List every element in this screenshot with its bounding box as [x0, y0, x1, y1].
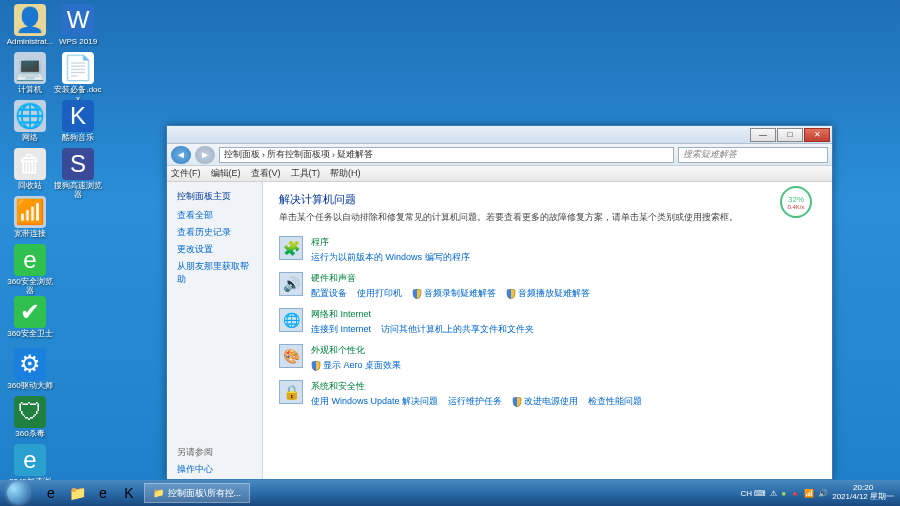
- category-row: 🎨外观和个性化显示 Aero 桌面效果: [279, 344, 816, 372]
- category-title[interactable]: 系统和安全性: [311, 380, 652, 393]
- desktop-icon[interactable]: 🛡360杀毒: [6, 396, 54, 444]
- category-row: 🧩程序运行为以前版本的 Windows 编写的程序: [279, 236, 816, 264]
- ime-indicator[interactable]: CH ⌨: [741, 489, 767, 498]
- clock[interactable]: 20:20 2021/4/12 星期一: [832, 484, 894, 502]
- close-button[interactable]: ✕: [804, 128, 830, 142]
- pinned-apps: e📁eK: [36, 483, 144, 503]
- volume-icon[interactable]: 🔊: [818, 489, 828, 498]
- desktop-icon[interactable]: ⚙360驱动大师: [6, 348, 54, 396]
- category-link[interactable]: 音频录制疑难解答: [412, 288, 496, 298]
- category-link[interactable]: 运行为以前版本的 Windows 编写的程序: [311, 252, 470, 262]
- sidebar-link[interactable]: 从朋友那里获取帮助: [177, 260, 252, 286]
- network-icon[interactable]: 📶: [804, 489, 814, 498]
- system-tray: CH ⌨ ⚠ ● 🔺 📶 🔊 20:20 2021/4/12 星期一: [735, 484, 900, 502]
- menubar: 文件(F)编辑(E)查看(V)工具(T)帮助(H): [167, 166, 832, 182]
- sidebar-link[interactable]: 更改设置: [177, 243, 252, 256]
- pinned-app[interactable]: e: [40, 483, 62, 503]
- search-input[interactable]: 搜索疑难解答: [678, 147, 828, 163]
- control-panel-window: — □ ✕ ◄ ► 控制面板›所有控制面板项›疑难解答 搜索疑难解答 文件(F)…: [166, 125, 833, 480]
- see-also-heading: 另请参阅: [177, 446, 252, 459]
- category-link[interactable]: 显示 Aero 桌面效果: [311, 360, 401, 370]
- category-icon: 🔒: [279, 380, 303, 404]
- navbar: ◄ ► 控制面板›所有控制面板项›疑难解答 搜索疑难解答: [167, 144, 832, 166]
- shield-icon: [512, 397, 522, 407]
- category-icon: 🎨: [279, 344, 303, 368]
- desktop-icon[interactable]: S搜狗高速浏览器: [54, 148, 102, 196]
- forward-button[interactable]: ►: [195, 146, 215, 164]
- badge-percent: 32%: [788, 195, 804, 204]
- desktop-icon[interactable]: 📶宽带连接: [6, 196, 54, 244]
- menu-item[interactable]: 编辑(E): [211, 167, 241, 180]
- category-title[interactable]: 外观和个性化: [311, 344, 411, 357]
- tray-icon[interactable]: ⚠: [770, 489, 777, 498]
- category-row: 🔒系统和安全性使用 Windows Update 解决问题运行维护任务改进电源使…: [279, 380, 816, 408]
- category-row: 🌐网络和 Internet连接到 Internet访问其他计算机上的共享文件和文…: [279, 308, 816, 336]
- desktop-icon[interactable]: WWPS 2019: [54, 4, 102, 52]
- category-link[interactable]: 运行维护任务: [448, 396, 502, 406]
- sidebar-link[interactable]: 查看全部: [177, 209, 252, 222]
- breadcrumb-segment[interactable]: 疑难解答: [337, 148, 373, 161]
- menu-item[interactable]: 帮助(H): [330, 167, 361, 180]
- taskbar-task[interactable]: 📁控制面板\所有控...: [144, 483, 250, 503]
- category-link[interactable]: 配置设备: [311, 288, 347, 298]
- shield-icon: [311, 361, 321, 371]
- category-link[interactable]: 改进电源使用: [512, 396, 578, 406]
- category-row: 🔊硬件和声音配置设备使用打印机音频录制疑难解答音频播放疑难解答: [279, 272, 816, 300]
- pinned-app[interactable]: 📁: [66, 483, 88, 503]
- menu-item[interactable]: 查看(V): [251, 167, 281, 180]
- sidebar-heading: 控制面板主页: [177, 190, 252, 203]
- pinned-app[interactable]: e: [92, 483, 114, 503]
- desktop-icon[interactable]: 👤Administrat...: [6, 4, 54, 52]
- breadcrumb-segment[interactable]: 所有控制面板项: [267, 148, 330, 161]
- content-area: 控制面板主页 查看全部查看历史记录更改设置从朋友那里获取帮助 另请参阅 操作中心…: [167, 182, 832, 479]
- category-title[interactable]: 程序: [311, 236, 480, 249]
- category-icon: 🌐: [279, 308, 303, 332]
- sidebar: 控制面板主页 查看全部查看历史记录更改设置从朋友那里获取帮助 另请参阅 操作中心…: [167, 182, 263, 479]
- main-panel: 32% 0.4K/s 解决计算机问题 单击某个任务以自动排除和修复常见的计算机问…: [263, 182, 832, 479]
- category-link[interactable]: 音频播放疑难解答: [506, 288, 590, 298]
- maximize-button[interactable]: □: [777, 128, 803, 142]
- breadcrumb[interactable]: 控制面板›所有控制面板项›疑难解答: [219, 147, 674, 163]
- status-badge: 32% 0.4K/s: [780, 186, 812, 218]
- pinned-app[interactable]: K: [118, 483, 140, 503]
- category-link[interactable]: 使用打印机: [357, 288, 402, 298]
- breadcrumb-segment[interactable]: 控制面板: [224, 148, 260, 161]
- tray-icon[interactable]: ●: [781, 489, 786, 498]
- taskbar: e📁eK 📁控制面板\所有控... CH ⌨ ⚠ ● 🔺 📶 🔊 20:20 2…: [0, 480, 900, 506]
- menu-item[interactable]: 文件(F): [171, 167, 201, 180]
- category-link[interactable]: 连接到 Internet: [311, 324, 371, 334]
- back-button[interactable]: ◄: [171, 146, 191, 164]
- page-description: 单击某个任务以自动排除和修复常见的计算机问题。若要查看更多的故障修复方案，请单击…: [279, 211, 816, 224]
- minimize-button[interactable]: —: [750, 128, 776, 142]
- desktop-icon[interactable]: e360安全浏览器: [6, 244, 54, 292]
- desktop-icon[interactable]: 📄安装必备.docx: [54, 52, 102, 100]
- shield-icon: [506, 289, 516, 299]
- badge-speed: 0.4K/s: [787, 204, 804, 210]
- titlebar: — □ ✕: [167, 126, 832, 144]
- category-title[interactable]: 硬件和声音: [311, 272, 600, 285]
- sidebar-link[interactable]: 操作中心: [177, 463, 252, 476]
- start-button[interactable]: [0, 480, 36, 506]
- category-icon: 🧩: [279, 236, 303, 260]
- category-link[interactable]: 检查性能问题: [588, 396, 642, 406]
- desktop-icon[interactable]: ✔360安全卫士: [6, 296, 54, 344]
- category-title[interactable]: 网络和 Internet: [311, 308, 544, 321]
- desktop-icon[interactable]: 🗑回收站: [6, 148, 54, 196]
- sidebar-link[interactable]: 查看历史记录: [177, 226, 252, 239]
- shield-icon: [412, 289, 422, 299]
- desktop-icon[interactable]: 💻计算机: [6, 52, 54, 100]
- category-link[interactable]: 访问其他计算机上的共享文件和文件夹: [381, 324, 534, 334]
- page-title: 解决计算机问题: [279, 192, 816, 207]
- desktop-icon[interactable]: K酷狗音乐: [54, 100, 102, 148]
- menu-item[interactable]: 工具(T): [291, 167, 321, 180]
- category-link[interactable]: 使用 Windows Update 解决问题: [311, 396, 438, 406]
- tray-icon[interactable]: 🔺: [790, 489, 800, 498]
- desktop-icon[interactable]: 🌐网络: [6, 100, 54, 148]
- category-icon: 🔊: [279, 272, 303, 296]
